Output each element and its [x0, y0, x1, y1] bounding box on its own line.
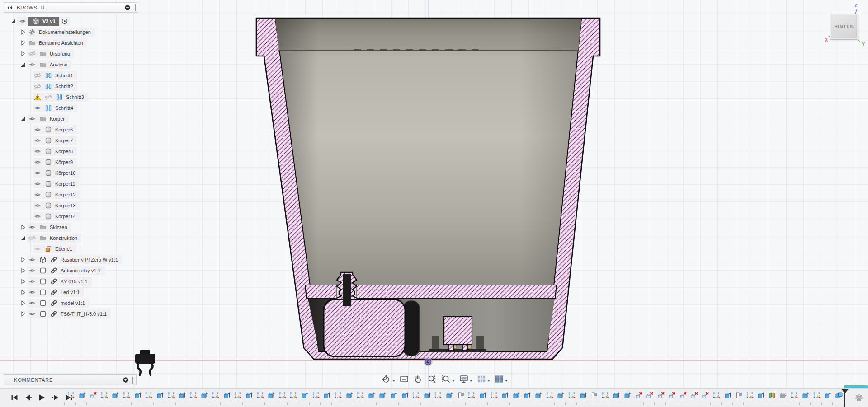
viewports-button[interactable] [494, 374, 508, 386]
play-button[interactable] [38, 394, 46, 401]
timeline-feature-delete-icon[interactable] [657, 391, 665, 399]
browser-row-schnitt4[interactable]: Schnitt4 [4, 103, 138, 113]
browser-row-schnitt1[interactable]: Schnitt1 [4, 70, 138, 81]
expand-arrow-icon[interactable] [19, 50, 27, 58]
expand-arrow-icon[interactable] [19, 299, 27, 307]
timeline-feature-sketch-icon[interactable] [212, 391, 220, 399]
timeline-feature-extrude-icon[interactable] [111, 391, 119, 399]
browser-row-k-rper9[interactable]: Körper9 [4, 157, 138, 168]
timeline-feature-sketch-icon[interactable] [746, 391, 754, 399]
dropdown-caret-icon[interactable] [452, 380, 455, 383]
expand-arrow-icon[interactable] [19, 223, 27, 231]
timeline-feature-plane-icon[interactable] [735, 391, 743, 399]
timeline-feature-split-icon[interactable] [779, 391, 788, 399]
activate-component-icon[interactable] [61, 17, 69, 25]
expand-arrow-icon[interactable] [19, 267, 27, 275]
push-button-section[interactable] [444, 317, 472, 345]
timeline-feature-extrude-icon[interactable] [345, 391, 354, 399]
timeline-feature-delete-icon[interactable] [635, 391, 643, 399]
timeline-feature-sketch-icon[interactable] [712, 391, 721, 399]
browser-row-k-rper10[interactable]: Körper10 [4, 168, 138, 178]
panel-resize-handle[interactable] [135, 4, 136, 11]
timeline-feature-extrude-icon[interactable] [423, 391, 431, 399]
comments-panel[interactable]: KOMMENTARE [4, 374, 137, 385]
visibility-eye-icon[interactable] [33, 82, 42, 90]
timeline-feature-extrude-icon[interactable] [623, 391, 632, 399]
timeline-feature-extrude-icon[interactable] [512, 391, 520, 399]
timeline-feature-midplane-icon[interactable] [768, 391, 776, 399]
timeline-feature-extrude-icon[interactable] [223, 391, 231, 399]
visibility-eye-icon[interactable] [44, 93, 52, 101]
timeline-feature-delete-icon[interactable] [690, 391, 698, 399]
timeline-feature-extrude-icon[interactable] [479, 391, 487, 399]
browser-row-v2-v1[interactable]: V2 v1 [4, 16, 138, 27]
visibility-eye-icon[interactable] [33, 245, 42, 253]
dropdown-caret-icon[interactable] [392, 380, 395, 383]
water-pump-section[interactable] [324, 299, 405, 356]
timeline-feature-sketch-icon[interactable] [100, 391, 108, 399]
expand-arrow-icon[interactable] [19, 310, 27, 318]
visibility-eye-icon[interactable] [28, 234, 36, 242]
timeline-feature-extrude-icon[interactable] [557, 391, 565, 399]
visibility-eye-icon[interactable] [28, 223, 36, 231]
timeline-feature-extrude-icon[interactable] [134, 391, 142, 399]
timeline-feature-extrude-icon[interactable] [78, 391, 86, 399]
collapse-arrow-icon[interactable] [19, 115, 27, 123]
timeline-feature-delete-icon[interactable] [701, 391, 709, 399]
timeline-feature-extrude-icon[interactable] [323, 391, 331, 399]
visibility-eye-icon[interactable] [28, 277, 36, 285]
visibility-eye-icon[interactable] [19, 17, 27, 25]
visibility-eye-icon[interactable] [28, 310, 36, 318]
display-settings-button[interactable] [458, 374, 473, 386]
timeline-feature-sketch-icon[interactable] [289, 391, 297, 399]
timeline-feature-sketch-icon[interactable] [256, 391, 264, 399]
timeline-feature-sketch-icon[interactable] [790, 391, 798, 399]
browser-row-ebene1[interactable]: Ebene1 [4, 243, 138, 254]
origin-marker[interactable] [424, 357, 433, 366]
timeline-feature-delete-icon[interactable] [679, 391, 687, 399]
play-backward-button[interactable] [24, 394, 32, 401]
viewcube[interactable]: HINTEN Z X Y [826, 3, 868, 48]
go-to-start-button[interactable] [11, 394, 19, 401]
browser-row-k-rper7[interactable]: Körper7 [4, 135, 138, 146]
timeline-feature-sketch-icon[interactable] [312, 391, 320, 399]
timeline-feature-sketch-icon[interactable] [167, 391, 175, 399]
pan-button[interactable] [413, 374, 424, 386]
timeline-feature-extrude-icon[interactable] [301, 391, 309, 399]
browser-row-schnitt3[interactable]: Schnitt3 [4, 92, 138, 103]
browser-row-k-rper14[interactable]: Körper14 [4, 211, 138, 222]
timeline-feature-plane-icon[interactable] [590, 391, 598, 399]
timeline-feature-extrude-icon[interactable] [390, 391, 398, 399]
visibility-eye-icon[interactable] [28, 299, 36, 307]
visibility-eye-icon[interactable] [33, 126, 42, 134]
timeline-feature-extrude-icon[interactable] [612, 391, 620, 399]
browser-row-analyse[interactable]: Analyse [4, 59, 138, 70]
timeline-feature-delete-icon[interactable] [668, 391, 676, 399]
visibility-eye-icon[interactable] [28, 267, 36, 275]
visibility-eye-icon[interactable] [33, 169, 42, 177]
timeline-feature-sketch-icon[interactable] [467, 391, 476, 399]
timeline-feature-sketch-icon[interactable] [145, 391, 153, 399]
timeline-feature-sketch-icon[interactable] [568, 391, 576, 399]
timeline-feature-sketch-icon[interactable] [123, 391, 131, 399]
browser-row-benannte-ansichten[interactable]: Benannte Ansichten [4, 37, 138, 48]
browser-row-dokumenteinstellungen[interactable]: Dokumenteinstellungen [4, 27, 138, 37]
browser-row-k-rper8[interactable]: Körper8 [4, 146, 138, 157]
timeline-position-marker[interactable] [841, 389, 849, 407]
visibility-eye-icon[interactable] [33, 180, 42, 188]
timeline-feature-sketch-icon[interactable] [813, 391, 821, 399]
play-forward-button[interactable] [52, 394, 59, 401]
expand-arrow-icon[interactable] [19, 39, 27, 47]
add-comment-icon[interactable] [123, 377, 129, 383]
dropdown-caret-icon[interactable] [505, 380, 508, 383]
visibility-eye-icon[interactable] [33, 147, 42, 155]
visibility-eye-icon[interactable] [28, 61, 36, 69]
timeline-feature-sketch-icon[interactable] [412, 391, 420, 399]
tactile-button-component[interactable] [135, 350, 155, 375]
timeline-feature-delete-icon[interactable] [89, 391, 97, 399]
timeline-feature-extrude-icon[interactable] [501, 391, 509, 399]
timeline-feature-extrude-icon[interactable] [802, 391, 810, 399]
timeline-feature-sketch-icon[interactable] [490, 391, 498, 399]
timeline-feature-extrude-icon[interactable] [200, 391, 208, 399]
zoom-button[interactable] [427, 374, 438, 386]
